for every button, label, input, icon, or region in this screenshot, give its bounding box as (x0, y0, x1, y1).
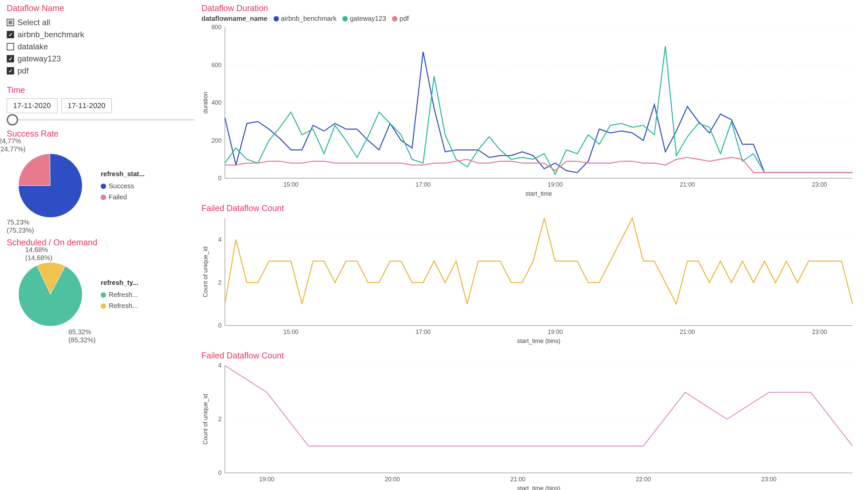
svg-text:21:00: 21:00 (510, 476, 525, 483)
filter-item-datalake[interactable]: datalake (7, 41, 195, 53)
svg-text:2: 2 (218, 416, 221, 423)
swatch-icon (101, 292, 106, 298)
svg-text:0: 0 (218, 469, 221, 476)
svg-text:19:00: 19:00 (548, 329, 563, 335)
pie-label-scheduled: 85,32%(85,32%) (68, 328, 96, 344)
swatch-icon (101, 195, 106, 200)
time-slider-handle[interactable] (7, 114, 18, 125)
filter-panel: Dataflow Name Select allairbnb_benchmark… (7, 3, 195, 77)
svg-text:duration: duration (202, 92, 209, 114)
svg-text:2: 2 (218, 279, 221, 286)
svg-text:start_time: start_time (525, 190, 552, 197)
svg-text:4: 4 (218, 362, 221, 369)
svg-text:400: 400 (212, 99, 221, 106)
legend-label: airbnb_benchmark (281, 15, 337, 23)
svg-text:23:00: 23:00 (812, 181, 827, 188)
legend-label: Success (109, 182, 134, 190)
legend-item[interactable]: Success (101, 182, 145, 190)
checkbox-icon[interactable] (7, 31, 14, 38)
legend-item[interactable]: Failed (101, 193, 145, 201)
success-rate-legend: refresh_stat...SuccessFailed (101, 170, 145, 201)
legend-title: refresh_stat... (101, 170, 145, 178)
legend-label: Refresh... (109, 291, 138, 299)
svg-text:17:00: 17:00 (415, 329, 431, 335)
legend-label: Failed (109, 193, 127, 201)
chart-failed_count_b: Failed Dataflow Count02419:0020:0021:002… (202, 351, 861, 490)
svg-text:19:00: 19:00 (259, 476, 274, 483)
chart-title: Failed Dataflow Count (202, 351, 861, 361)
legend-title: refresh_ty... (101, 279, 138, 286)
filter-item-gateway123[interactable]: gateway123 (7, 53, 195, 65)
legend-item[interactable]: pdf (392, 15, 409, 23)
pie-label-ondemand: 14,68%(14,68%) (25, 246, 52, 262)
scheduled-panel: Scheduled / On demand 14,68%(14,68%) 85,… (7, 238, 195, 338)
success-rate-title: Success Rate (7, 129, 195, 139)
svg-text:23:00: 23:00 (812, 329, 827, 335)
time-title: Time (7, 85, 195, 95)
checkbox-icon[interactable] (7, 67, 14, 74)
chart-failed_count_a: Failed Dataflow Count02415:0017:0019:002… (202, 204, 861, 346)
pie-label-failed: 24,77%(24,77%) (0, 137, 26, 153)
success-rate-panel: Success Rate 24,77%(24,77%) 75,23%(75,23… (7, 129, 195, 229)
date-to-input[interactable]: 17-11-2020 (61, 98, 112, 113)
checkbox-icon[interactable] (7, 43, 14, 50)
swatch-icon (274, 16, 279, 22)
legend-label: pdf (399, 15, 409, 23)
legend-label: Refresh... (109, 302, 138, 310)
time-panel: Time 17-11-2020 17-11-2020 (7, 85, 195, 121)
svg-text:start_time (bins): start_time (bins) (517, 338, 560, 345)
success-rate-pie: 24,77%(24,77%) 75,23%(75,23%) (7, 142, 94, 229)
checkbox-icon[interactable] (7, 55, 14, 62)
legend-item[interactable]: Refresh... (101, 291, 138, 299)
legend-item[interactable]: gateway123 (342, 15, 386, 23)
svg-text:800: 800 (212, 24, 221, 31)
filter-title: Dataflow Name (7, 3, 195, 13)
scheduled-legend: refresh_ty...Refresh...Refresh... (101, 279, 138, 310)
filter-item-select-all[interactable]: Select all (7, 17, 195, 29)
chart-duration: Dataflow Durationdataflowname_nameairbnb… (202, 3, 861, 198)
filter-label: Select all (18, 18, 50, 27)
filter-label: airbnb_benchmark (18, 30, 84, 39)
svg-text:21:00: 21:00 (680, 329, 695, 335)
scheduled-pie: 14,68%(14,68%) 85,32%(85,32%) (7, 251, 94, 338)
chart-title: Dataflow Duration (202, 3, 861, 13)
legend-item[interactable]: airbnb_benchmark (274, 15, 337, 23)
svg-text:21:00: 21:00 (680, 181, 695, 188)
svg-text:20:00: 20:00 (385, 476, 400, 483)
svg-text:start_time (bins): start_time (bins) (517, 485, 560, 490)
svg-text:0: 0 (218, 175, 221, 182)
svg-text:23:00: 23:00 (761, 476, 776, 483)
time-slider[interactable] (7, 119, 195, 121)
filter-label: datalake (18, 42, 48, 51)
legend-item[interactable]: Refresh... (101, 302, 138, 310)
svg-text:0: 0 (218, 322, 221, 329)
chart-legend: dataflowname_nameairbnb_benchmarkgateway… (202, 15, 861, 23)
checkbox-icon[interactable] (7, 19, 14, 26)
filter-item-pdf[interactable]: pdf (7, 65, 195, 77)
svg-text:Count of unique_id: Count of unique_id (202, 394, 209, 445)
swatch-icon (101, 303, 106, 309)
filter-label: pdf (18, 66, 29, 75)
pie-label-success: 75,23%(75,23%) (7, 218, 34, 234)
swatch-icon (342, 16, 348, 22)
svg-text:Count of unique_id: Count of unique_id (202, 246, 209, 297)
svg-text:15:00: 15:00 (283, 329, 299, 335)
svg-text:4: 4 (218, 236, 221, 243)
svg-text:15:00: 15:00 (283, 181, 299, 188)
svg-text:22:00: 22:00 (636, 476, 651, 483)
swatch-icon (392, 16, 397, 22)
svg-text:200: 200 (212, 137, 221, 144)
svg-text:600: 600 (212, 62, 221, 68)
filter-item-airbnb-benchmark[interactable]: airbnb_benchmark (7, 29, 195, 41)
filter-label: gateway123 (18, 54, 61, 63)
date-from-input[interactable]: 17-11-2020 (7, 98, 57, 113)
legend-label: gateway123 (350, 15, 386, 23)
chart-title: Failed Dataflow Count (202, 204, 861, 213)
svg-text:17:00: 17:00 (415, 181, 431, 188)
svg-text:19:00: 19:00 (548, 181, 563, 188)
swatch-icon (101, 184, 106, 189)
